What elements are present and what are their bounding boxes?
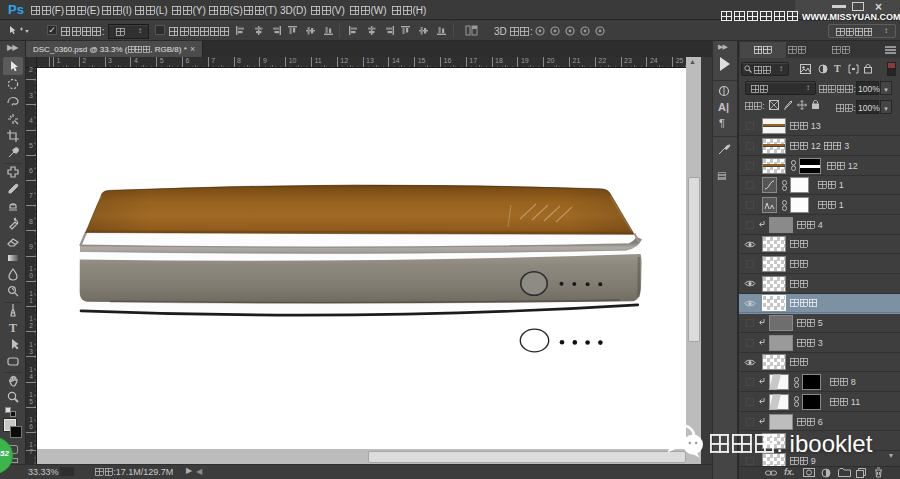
svg-text:T: T — [9, 321, 17, 334]
